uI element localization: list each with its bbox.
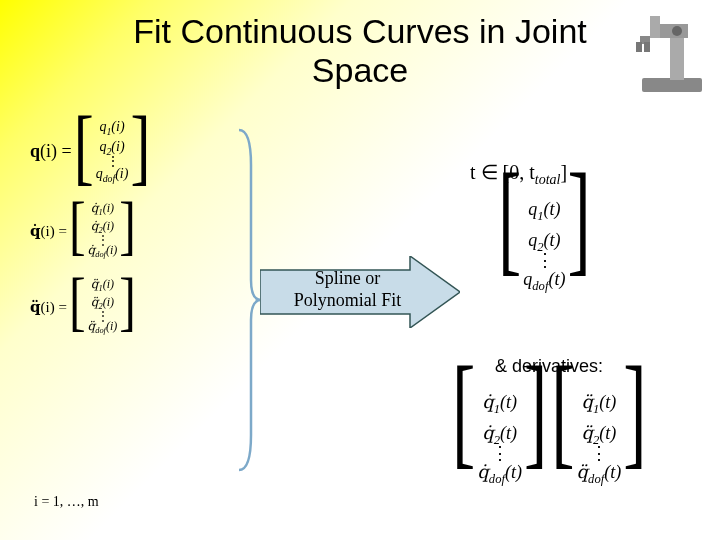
fit-arrow-label: Spline orPolynomial Fit: [275, 268, 420, 311]
svg-rect-3: [650, 16, 660, 38]
discrete-vectors-column: q(i) = [ q1(i)q2(i)⋮qdof(i) ] q̇(i) = [ …: [30, 118, 235, 352]
derivatives-label: & derivatives:: [495, 356, 603, 377]
derivative-vectors: [ q̇1(t)q̇2(t)⋮q̇dof(t) ] [ q̈1(t)q̈2(t)…: [452, 388, 647, 505]
qddot-rows: q̈1(i)q̈2(i)⋮q̈dof(i): [86, 277, 120, 337]
svg-rect-1: [670, 34, 684, 80]
q-of-t-rows: q1(t)q2(t)⋮qdof(t): [521, 195, 567, 296]
qdot-of-t-vector: [ q̇1(t)q̇2(t)⋮q̇dof(t) ]: [452, 388, 547, 489]
qdot-vector: q̇(i) = [ q̇1(i)q̇2(i)⋮q̇dof(i) ]: [30, 201, 235, 261]
q-lhs: q(i) =: [30, 141, 74, 162]
svg-rect-6: [644, 42, 650, 52]
svg-rect-5: [636, 42, 642, 52]
qdot-rows: q̇1(i)q̇2(i)⋮q̇dof(i): [86, 201, 120, 261]
slide-title: Fit Continuous Curves in JointSpace: [0, 0, 720, 90]
q-vector: q(i) = [ q1(i)q2(i)⋮qdof(i) ]: [30, 118, 235, 185]
qdot-of-t-rows: q̇1(t)q̇2(t)⋮q̇dof(t): [475, 388, 524, 489]
qddot-of-t-rows: q̈1(t)q̈2(t)⋮q̈dof(t): [575, 388, 624, 489]
q-rows: q1(i)q2(i)⋮qdof(i): [94, 118, 131, 185]
robot-arm-icon: [632, 6, 712, 96]
qdot-lhs: q̇(i) =: [30, 222, 69, 240]
grouping-brace-icon: [235, 125, 263, 475]
qddot-lhs: q̈(i) =: [30, 298, 69, 316]
svg-rect-0: [642, 78, 702, 92]
qddot-vector: q̈(i) = [ q̈1(i)q̈2(i)⋮q̈dof(i) ]: [30, 277, 235, 337]
qddot-of-t-vector: [ q̈1(t)q̈2(t)⋮q̈dof(t) ]: [551, 388, 646, 489]
index-range: i = 1, …, m: [34, 494, 99, 510]
q-of-t-vector: [ q1(t)q2(t)⋮qdof(t) ]: [498, 195, 591, 296]
svg-point-7: [672, 26, 682, 36]
